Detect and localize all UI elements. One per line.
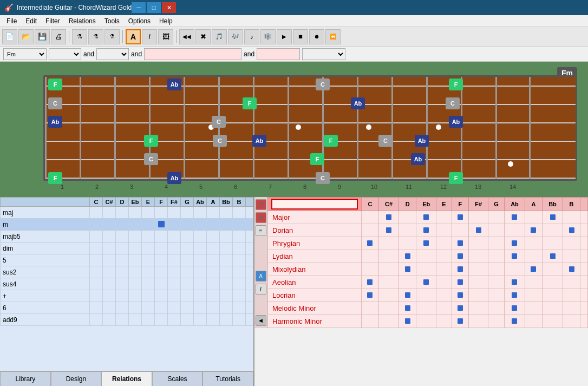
chord-cell[interactable] (220, 243, 233, 254)
chord-cell[interactable] (129, 290, 142, 302)
chord-cell[interactable] (142, 278, 155, 290)
scale-cell[interactable] (436, 211, 452, 224)
chord-cell[interactable] (168, 231, 181, 243)
menu-tools[interactable]: Tools (100, 16, 124, 26)
chord-cell[interactable] (194, 278, 207, 290)
scale-cell[interactable] (525, 250, 543, 263)
chord-cell[interactable] (155, 219, 168, 231)
scale-cell[interactable] (399, 289, 416, 302)
scale-cell[interactable] (542, 315, 563, 328)
scale-cell[interactable] (469, 289, 488, 302)
chord-cell[interactable] (142, 231, 155, 243)
chord-cell[interactable] (233, 243, 246, 254)
chord-cell[interactable] (194, 231, 207, 243)
chord-cell[interactable] (103, 207, 116, 219)
scale-cell[interactable] (378, 250, 398, 263)
scale-cell[interactable] (416, 250, 436, 263)
chord-cell[interactable] (181, 290, 194, 302)
scale-cell[interactable] (469, 250, 488, 263)
chord-cell[interactable] (103, 290, 116, 302)
mode-a-button[interactable]: A (126, 29, 141, 44)
chord-cell[interactable] (90, 254, 103, 266)
scale-cell[interactable] (378, 276, 398, 289)
scale-cell[interactable] (469, 315, 488, 328)
scale-cell[interactable] (563, 250, 580, 263)
chord-cell[interactable] (181, 207, 194, 219)
note-C-3[interactable]: C (212, 116, 226, 128)
chord-cell[interactable] (129, 219, 142, 231)
note-Ab-4b[interactable]: Ab (415, 135, 429, 147)
scale-row-name[interactable]: Lydian (268, 250, 362, 263)
scale-cell[interactable] (362, 250, 379, 263)
chord-cell[interactable] (116, 254, 129, 266)
nav-stop-button[interactable]: ✖ (195, 29, 211, 44)
chord-row-name[interactable]: + (1, 290, 90, 302)
scale-cell[interactable] (504, 302, 525, 315)
play-button4[interactable]: 🎼 (260, 29, 276, 44)
chord-cell[interactable] (181, 278, 194, 290)
scale-cell[interactable] (362, 224, 379, 237)
scale-search-input[interactable] (271, 199, 358, 210)
chord-cell[interactable] (103, 231, 116, 243)
note-Ab-6[interactable]: Ab (167, 172, 181, 184)
chord-cell[interactable] (194, 219, 207, 231)
note-F-6[interactable]: F (48, 172, 62, 184)
note-C-2[interactable]: C (48, 97, 62, 109)
scale-cell[interactable] (563, 211, 580, 224)
note-F-5[interactable]: F (310, 153, 324, 165)
chord-cell[interactable] (142, 266, 155, 278)
chord-cell[interactable] (194, 207, 207, 219)
scale-cell[interactable] (469, 263, 488, 276)
scale-cell[interactable] (452, 289, 469, 302)
scale-cell[interactable] (504, 250, 525, 263)
chord-cell[interactable] (233, 278, 246, 290)
chord-cell[interactable] (142, 219, 155, 231)
chord-cell[interactable] (181, 231, 194, 243)
chord-cell[interactable] (233, 302, 246, 314)
menu-relations[interactable]: Relations (64, 16, 100, 26)
menu-filter[interactable]: Filter (41, 16, 64, 26)
note-Ab-4[interactable]: Ab (252, 135, 266, 147)
chord-cell[interactable] (220, 254, 233, 266)
mode-i-button[interactable]: I (142, 29, 157, 44)
play-button3[interactable]: ♪ (244, 29, 259, 44)
scale-cell[interactable] (378, 289, 398, 302)
chord-cell[interactable] (168, 219, 181, 231)
scale-cell[interactable] (469, 224, 488, 237)
scale-cell[interactable] (362, 237, 379, 250)
chord-cell[interactable] (168, 314, 181, 326)
scale-cell[interactable] (563, 224, 580, 237)
tab-scales[interactable]: Scales (152, 371, 203, 386)
chord-cell[interactable] (207, 290, 220, 302)
chord-cell[interactable] (129, 231, 142, 243)
note-Ab-3b[interactable]: Ab (449, 116, 463, 128)
chord-cell[interactable] (116, 219, 129, 231)
chord-cell[interactable] (168, 302, 181, 314)
filter-extra-input[interactable] (257, 48, 300, 60)
note-C-4b[interactable]: C (378, 135, 393, 147)
chord-row-name[interactable]: sus4 (1, 278, 90, 290)
scale-cell[interactable] (452, 237, 469, 250)
chord-cell[interactable] (155, 314, 168, 326)
chord-cell[interactable] (194, 243, 207, 254)
scale-row-name[interactable]: Melodic Minor (268, 302, 362, 315)
menu-help[interactable]: Help (155, 16, 177, 26)
scale-cell[interactable] (436, 276, 452, 289)
scale-cell[interactable] (525, 289, 543, 302)
scale-cell[interactable] (436, 315, 452, 328)
chord-cell[interactable] (181, 266, 194, 278)
chord-cell[interactable] (168, 254, 181, 266)
scale-cell[interactable] (378, 237, 398, 250)
chord-cell[interactable] (155, 290, 168, 302)
chord-cell[interactable] (129, 314, 142, 326)
scale-cell[interactable] (504, 315, 525, 328)
scale-cell[interactable] (399, 211, 416, 224)
scale-cell[interactable] (525, 276, 543, 289)
scale-cell[interactable] (436, 250, 452, 263)
chord-cell[interactable] (116, 243, 129, 254)
chord-cell[interactable] (181, 314, 194, 326)
chord-cell[interactable] (220, 231, 233, 243)
scale-cell[interactable] (452, 302, 469, 315)
chord-row-name[interactable]: sus2 (1, 266, 90, 278)
scale-cell[interactable] (563, 237, 580, 250)
